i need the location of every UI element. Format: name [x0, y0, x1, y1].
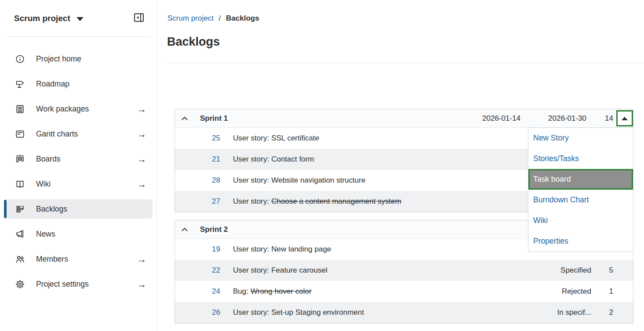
collapse-sidebar-icon: [133, 11, 145, 25]
work-package-id-link[interactable]: 21: [175, 155, 220, 164]
work-package-title: Bug:Wrong hover color: [233, 287, 517, 296]
sidebar-item-news[interactable]: News: [4, 224, 153, 244]
work-package-title: User story:Feature carousel: [233, 266, 517, 275]
work-package-status: In specif...: [517, 308, 591, 317]
work-package-id-link[interactable]: 27: [175, 197, 220, 206]
submenu-arrow-icon: →: [137, 155, 146, 164]
sprint-context-menu: New Story Stories/Tasks Task board Burnd…: [528, 127, 633, 252]
submenu-arrow-icon: →: [137, 130, 146, 139]
sprint-menu-toggle-button[interactable]: [616, 110, 633, 126]
work-package-points: 1: [591, 287, 613, 296]
menu-item-burndown-chart[interactable]: Burndown Chart: [528, 190, 633, 210]
menu-item-properties[interactable]: Properties: [528, 231, 633, 252]
sidebar-item-label: Work packages: [36, 104, 137, 114]
wiki-icon: [15, 179, 27, 189]
collapse-sprint-1-button[interactable]: [175, 115, 194, 122]
chevron-up-icon: [182, 226, 188, 233]
main-content: Scrum project / Backlogs Backlogs Sprint…: [157, 0, 644, 331]
work-package-id-link[interactable]: 25: [175, 134, 220, 143]
sidebar-item-label: News: [36, 230, 146, 239]
sidebar-item-backlogs[interactable]: Backlogs: [4, 199, 153, 219]
members-icon: [15, 254, 27, 264]
work-package-id-link[interactable]: 26: [175, 308, 220, 317]
collapse-sidebar-button[interactable]: [133, 11, 145, 25]
work-package-title: User story:Choose a content management s…: [233, 197, 517, 206]
work-packages-icon: [15, 104, 27, 114]
sidebar-item-label: Project settings: [36, 280, 137, 289]
sidebar-header: Scrum project: [0, 0, 156, 25]
work-package-title: User story:Website navigation structure: [233, 176, 517, 185]
sidebar-nav: Project home Roadmap Work packages →: [0, 37, 156, 294]
breadcrumb-separator: /: [219, 14, 221, 22]
breadcrumb: Scrum project / Backlogs: [167, 14, 259, 23]
sidebar-item-wiki[interactable]: Wiki →: [4, 174, 153, 194]
boards-icon: [15, 154, 27, 164]
table-row[interactable]: 22 User story:Feature carousel Specified…: [175, 260, 633, 281]
roadmap-icon: [15, 79, 27, 89]
sprint-name: Sprint 1: [194, 114, 455, 123]
breadcrumb-current: Backlogs: [226, 14, 259, 22]
news-icon: [15, 229, 27, 239]
project-selector[interactable]: Scrum project: [14, 14, 84, 23]
sidebar-item-project-settings[interactable]: Project settings →: [4, 274, 153, 294]
work-package-title: User story:SSL certificate: [233, 134, 517, 143]
submenu-arrow-icon: →: [137, 180, 146, 189]
triangle-up-icon: [622, 117, 628, 120]
work-package-points: 5: [591, 266, 613, 275]
sprint-story-points: 14: [586, 114, 613, 123]
work-package-points: 2: [591, 308, 613, 317]
sidebar: Scrum project Project home: [0, 0, 157, 331]
submenu-arrow-icon: →: [137, 104, 146, 114]
menu-item-wiki[interactable]: Wiki: [528, 210, 633, 231]
sprint-1-header: Sprint 1 2026-01-14 2026-01-30 14: [175, 109, 633, 128]
sprint-end-date: 2026-01-30: [520, 114, 586, 123]
chevron-up-icon: [182, 115, 188, 122]
project-name: Scrum project: [14, 14, 70, 23]
info-icon: [15, 54, 27, 64]
caret-down-icon: [76, 17, 84, 21]
sidebar-item-label: Roadmap: [36, 79, 146, 89]
sidebar-item-project-home[interactable]: Project home: [4, 49, 153, 68]
work-package-title: User story:Set-up Staging environment: [233, 308, 517, 317]
title-divider: [167, 63, 644, 63]
menu-item-new-story[interactable]: New Story: [528, 128, 633, 148]
sidebar-item-label: Boards: [36, 155, 137, 164]
sidebar-item-roadmap[interactable]: Roadmap: [4, 74, 153, 94]
work-package-title: User story:New landing page: [233, 245, 517, 254]
menu-item-task-board[interactable]: Task board: [528, 169, 633, 190]
sidebar-item-label: Wiki: [36, 180, 137, 189]
work-package-id-link[interactable]: 24: [175, 287, 220, 296]
backlogs-icon: [15, 204, 27, 214]
sidebar-item-label: Members: [36, 255, 137, 264]
menu-item-stories-tasks[interactable]: Stories/Tasks: [528, 148, 633, 169]
table-row[interactable]: 26 User story:Set-up Staging environment…: [175, 302, 633, 323]
collapse-sprint-2-button[interactable]: [175, 226, 194, 233]
breadcrumb-project-link[interactable]: Scrum project: [167, 14, 214, 22]
submenu-arrow-icon: →: [137, 280, 146, 289]
sidebar-item-label: Backlogs: [36, 205, 146, 214]
page-title: Backlogs: [167, 35, 220, 49]
sprint-start-date: 2026-01-14: [455, 114, 520, 123]
work-package-id-link[interactable]: 28: [175, 176, 220, 185]
sidebar-item-label: Project home: [36, 54, 146, 64]
sidebar-item-gantt-charts[interactable]: Gantt charts →: [4, 124, 153, 144]
sidebar-item-work-packages[interactable]: Work packages →: [4, 99, 153, 119]
gantt-icon: [15, 129, 27, 139]
sidebar-item-label: Gantt charts: [36, 130, 137, 139]
work-package-id-link[interactable]: 22: [175, 266, 220, 275]
work-package-status: Rejected: [517, 287, 591, 296]
submenu-arrow-icon: →: [137, 255, 146, 264]
app-window: Scrum project Project home: [0, 0, 644, 331]
work-package-title: User story:Contact form: [233, 155, 517, 164]
sprint-name: Sprint 2: [194, 225, 455, 234]
work-package-status: Specified: [517, 266, 591, 275]
work-package-id-link[interactable]: 19: [175, 245, 220, 254]
settings-icon: [15, 279, 27, 289]
sidebar-item-boards[interactable]: Boards →: [4, 149, 153, 169]
sidebar-item-members[interactable]: Members →: [4, 249, 153, 269]
table-row[interactable]: 24 Bug:Wrong hover color Rejected 1: [175, 281, 633, 302]
